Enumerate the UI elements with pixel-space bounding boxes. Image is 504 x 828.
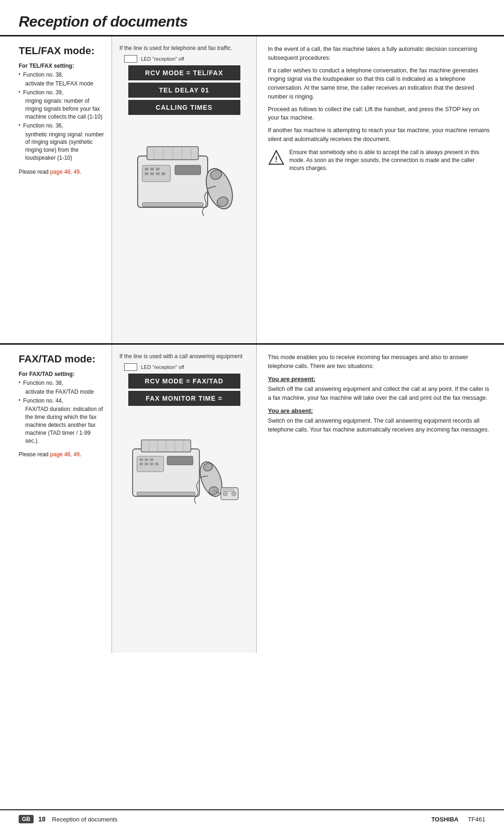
list-item: • Function no. 38,: [19, 71, 104, 79]
svg-rect-34: [145, 463, 148, 466]
tel-fax-para-1: In the event of a call, the fax machine …: [268, 45, 490, 63]
page-header: Reception of documents: [0, 0, 504, 36]
bullet-detail-1: activate the TEL/FAX mode: [25, 80, 104, 88]
svg-point-43: [223, 492, 227, 496]
svg-rect-13: [156, 172, 160, 175]
tel-fax-section: TEL/FAX mode: For TEL/FAX setting: • Fun…: [0, 36, 504, 345]
fax-tad-title: FAX/TAD mode:: [19, 353, 104, 365]
fax-tad-mid: If the line is used with a call answerin…: [112, 345, 257, 653]
bullet-detail-2: ringing signals: number of ringing signa…: [25, 97, 104, 120]
fax-tad-bullet-detail-1: activate the FAX/TAD mode: [25, 388, 104, 396]
svg-rect-8: [145, 168, 148, 170]
main-content: TEL/FAX mode: For TEL/FAX setting: • Fun…: [0, 36, 504, 653]
svg-rect-15: [175, 165, 201, 175]
you-present-heading: You are present:: [268, 375, 490, 384]
fax-tad-intro: This mode enables you to receive incomin…: [268, 353, 490, 371]
bullet-label-1: Function no. 38,: [23, 71, 63, 79]
svg-rect-12: [150, 172, 154, 175]
warning-icon: !: [268, 149, 285, 166]
display-panel-tel-delay: TEL DELAY 01: [128, 83, 240, 98]
footer-page-number: 18: [38, 815, 46, 823]
fax-tad-machine-svg: [128, 414, 240, 531]
display-panel-rcv-mode: RCV MODE = TEL/FAX: [128, 65, 240, 80]
tel-fax-para-2: If a caller wishes to conduct a telephon…: [268, 66, 490, 101]
footer-brand: TOSHIBA: [431, 816, 458, 823]
you-absent-heading: You are absent:: [268, 406, 490, 416]
fax-tad-page-ref: Please read page 48, 49.: [19, 451, 104, 458]
svg-rect-32: [150, 459, 153, 461]
tel-fax-mid: If the line is used for telephone and fa…: [112, 36, 257, 343]
bullet-label-2: Function no. 39,: [23, 89, 63, 97]
fax-tad-left: FAX/TAD mode: For FAX/TAD setting: • Fun…: [0, 345, 112, 653]
tel-fax-setting-label: For TEL/FAX setting:: [19, 63, 104, 69]
you-present-text: Switch off the call answering equipment …: [268, 385, 490, 403]
svg-rect-36: [155, 463, 158, 466]
fax-tad-display-panel-rcv-mode: RCV MODE = FAX/TAD: [128, 374, 240, 389]
fax-tad-led-indicator: [124, 363, 137, 371]
fax-tad-led-label: LED "reception" off: [141, 364, 184, 370]
svg-rect-30: [140, 459, 143, 461]
list-item: • Function no. 38,: [19, 379, 104, 387]
svg-rect-14: [161, 172, 165, 175]
fax-tad-page-ref-link[interactable]: page 48, 49: [50, 451, 79, 458]
footer-badge: GB: [19, 815, 34, 823]
fax-machine-svg: [128, 123, 240, 240]
tel-fax-diagram: [128, 121, 240, 242]
svg-point-44: [231, 492, 236, 496]
bullet-icon: •: [19, 71, 21, 77]
fax-tad-setting-label: For FAX/TAD setting:: [19, 371, 104, 377]
svg-rect-45: [223, 489, 234, 492]
svg-rect-11: [145, 172, 148, 175]
fax-tad-bullet-label-1: Function no. 38,: [23, 379, 63, 387]
page-ref-link[interactable]: page 48, 49: [50, 169, 79, 175]
fax-tad-right: This mode enables you to receive incomin…: [257, 345, 504, 653]
svg-rect-35: [150, 463, 153, 466]
fax-tad-diagram: [128, 412, 240, 533]
bullet-detail-3: synthetic ringing signal: number of ring…: [25, 131, 104, 162]
svg-rect-37: [167, 456, 193, 465]
svg-rect-31: [145, 459, 148, 461]
tel-fax-left: TEL/FAX mode: For TEL/FAX setting: • Fun…: [0, 36, 112, 343]
page-title: Reception of documents: [19, 13, 188, 30]
footer-page-title: Reception of documents: [52, 816, 432, 823]
you-absent-text: Switch on the call answering equipment. …: [268, 417, 490, 434]
fax-tad-diagram-header: If the line is used with a call answerin…: [119, 353, 242, 360]
fax-tad-right-text: This mode enables you to receive incomin…: [268, 353, 490, 434]
svg-rect-10: [156, 168, 160, 170]
fax-tad-section: FAX/TAD mode: For FAX/TAD setting: • Fun…: [0, 345, 504, 653]
led-label: LED "reception" off: [141, 56, 184, 62]
warning-box: ! Ensure that somebody who is able to ac…: [268, 149, 490, 173]
svg-text:!: !: [275, 155, 277, 163]
led-row: LED "reception" off: [124, 55, 184, 63]
fax-tad-bullet-detail-2: FAX/TAD duration: indication of the time…: [25, 405, 104, 445]
svg-rect-16: [142, 203, 203, 206]
tel-fax-para-4: If another fax machine is attempting to …: [268, 126, 490, 144]
fax-tad-bullet-label-2: Function no. 44,: [23, 397, 63, 405]
bullet-icon: •: [19, 122, 21, 127]
svg-rect-33: [140, 463, 143, 466]
list-item: • Function no. 39,: [19, 89, 104, 97]
list-item: • Function no. 44,: [19, 397, 104, 405]
led-indicator: [124, 55, 137, 63]
tel-fax-title: TEL/FAX mode:: [19, 45, 104, 57]
warning-text: Ensure that somebody who is able to acce…: [289, 149, 490, 173]
tel-fax-para-3: Proceed as follows to collect the call: …: [268, 105, 490, 123]
svg-rect-9: [150, 168, 154, 170]
tel-fax-right: In the event of a call, the fax machine …: [257, 36, 504, 343]
footer-model: TF461: [468, 816, 485, 823]
list-item: • Function no. 36,: [19, 122, 104, 130]
fax-tad-led-row: LED "reception" off: [124, 363, 184, 371]
fax-tad-display-panel-monitor-time: FAX MONITOR TIME =: [128, 391, 240, 406]
bullet-icon: •: [19, 397, 21, 403]
tel-fax-page-ref: Please read page 48, 49.: [19, 169, 104, 175]
bullet-label-3: Function no. 36,: [23, 122, 63, 130]
bullet-icon: •: [19, 89, 21, 94]
tel-fax-diagram-header: If the line is used for telephone and fa…: [119, 45, 232, 51]
bullet-icon: •: [19, 380, 21, 385]
page-footer: GB 18 Reception of documents TOSHIBA TF4…: [0, 809, 504, 828]
svg-rect-38: [137, 492, 195, 495]
tel-fax-right-text: In the event of a call, the fax machine …: [268, 45, 490, 144]
display-panel-calling-times: CALLING TIMES: [128, 100, 240, 115]
